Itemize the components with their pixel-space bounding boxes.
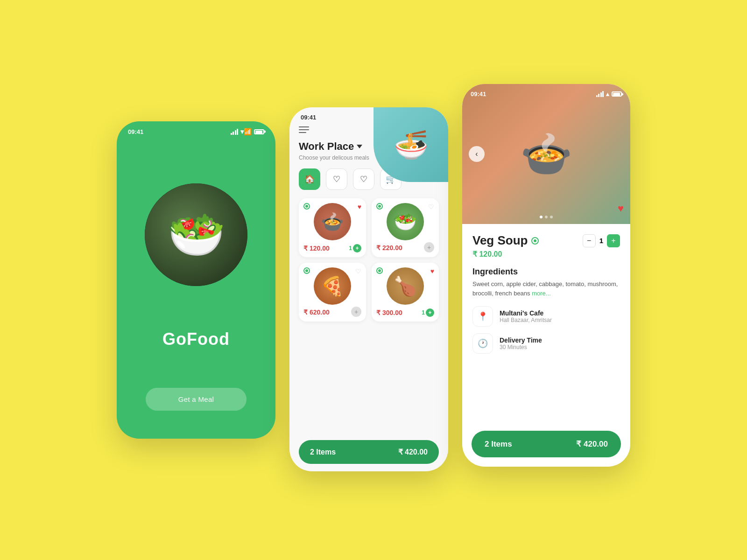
veg-badge <box>531 237 539 245</box>
dot-1[interactable] <box>540 216 543 218</box>
heart-icon-1[interactable]: ♥ <box>358 203 361 210</box>
battery-icon <box>254 129 264 134</box>
detail-food-emoji: 🍲 <box>520 130 572 179</box>
heart-icon-3[interactable]: ♡ <box>355 267 361 275</box>
phone-detail: 09:41 ▴ 🍲 ‹ ♥ Veg Soup − <box>462 84 630 467</box>
detail-cart-items: 2 Items <box>485 440 512 449</box>
wifi-icon: ▾📶 <box>240 128 252 135</box>
food-image-3: 🍕 <box>314 267 351 305</box>
status-icons-3: ▴ <box>596 91 622 98</box>
detail-cart-bar[interactable]: 2 Items ₹ 420.00 <box>472 431 621 457</box>
back-button[interactable]: ‹ <box>469 146 485 162</box>
detail-status-bar: 09:41 ▴ <box>462 84 630 104</box>
menu-cart-bar[interactable]: 2 Items ₹ 420.00 <box>299 440 439 464</box>
clock-icon: 🕐 <box>478 338 488 349</box>
qty-display: 1 <box>599 237 603 245</box>
delivery-label: Delivery Time <box>500 336 542 344</box>
food-image-1: 🍲 <box>314 203 351 240</box>
food-card-4[interactable]: ♥ 🍗 ₹ 300.00 1+ <box>372 263 439 322</box>
food-price-4: ₹ 300.00 <box>376 309 402 316</box>
app-title: GoFood <box>162 329 230 349</box>
restaurant-name: Multani's Cafe <box>500 309 552 317</box>
detail-price: ₹ 120.00 <box>472 250 620 259</box>
detail-cart-total: ₹ 420.00 <box>576 439 608 449</box>
wifi-icon-3: ▴ <box>606 91 609 98</box>
veg-indicator-1 <box>303 203 310 210</box>
food-card-1[interactable]: ♥ 🍲 ₹ 120.00 1+ <box>299 198 366 257</box>
restaurant-address: Hall Bazaar, Amritsar <box>500 317 552 323</box>
add-btn-1[interactable]: + <box>353 244 361 252</box>
qty-minus[interactable]: − <box>583 234 596 247</box>
ingredients-heading: Ingredients <box>472 267 620 277</box>
time-1: 09:41 <box>128 128 143 135</box>
food-image-2: 🥗 <box>387 203 424 240</box>
qty-badge-1: 1+ <box>349 244 361 252</box>
signal-icon <box>231 129 239 135</box>
menu-cart-items: 2 Items <box>310 448 336 456</box>
header-food-emoji: 🍜 <box>374 107 448 182</box>
restaurant-text: Multani's Cafe Hall Bazaar, Amritsar <box>500 309 552 323</box>
battery-icon-3 <box>612 91 622 97</box>
tab-favorites[interactable]: ♡ <box>326 168 347 190</box>
location-label: Work Place <box>299 140 354 153</box>
food-image-4: 🍗 <box>387 267 424 305</box>
food-price-3: ₹ 620.00 <box>303 308 330 316</box>
add-btn-3[interactable]: + <box>351 307 361 317</box>
quantity-control: − 1 + <box>583 234 620 247</box>
heart-icon-4[interactable]: ♥ <box>430 267 434 275</box>
qty-plus[interactable]: + <box>607 234 620 247</box>
signal-icon-3 <box>596 91 604 97</box>
detail-body: Veg Soup − 1 + ₹ 120.00 Ingredients Swee… <box>462 224 630 427</box>
food-price-1: ₹ 120.00 <box>303 245 330 252</box>
dot-3[interactable] <box>550 216 553 218</box>
splash-food-image <box>145 183 247 286</box>
location-icon: 📍 <box>478 311 488 322</box>
veg-indicator-3 <box>303 267 310 274</box>
detail-heart-icon[interactable]: ♥ <box>618 203 624 215</box>
food-grid: ♥ 🍲 ₹ 120.00 1+ ♡ 🥗 ₹ 220.00 + <box>299 198 439 322</box>
clock-icon-box: 🕐 <box>472 333 493 354</box>
add-btn-2[interactable]: + <box>424 242 434 252</box>
detail-title: Veg Soup <box>472 233 539 248</box>
phone-splash: 09:41 ▾📶 GoFood Get a Meal <box>117 121 275 439</box>
phone-menu: 09:41 △ .phone-menu .battery-icon::befor… <box>289 107 448 471</box>
food-card-3[interactable]: ♡ 🍕 ₹ 620.00 + <box>299 263 366 322</box>
tab-home[interactable]: 🏠 <box>299 168 320 190</box>
carousel-dots <box>540 216 553 218</box>
menu-cart-total: ₹ 420.00 <box>398 448 428 456</box>
heart-icon-2[interactable]: ♡ <box>428 203 434 210</box>
header-food-image: 🍜 <box>374 107 448 182</box>
ingredients-text: Sweet corn, apple cider, cabbage, tomato… <box>472 280 620 298</box>
location-dropdown[interactable] <box>357 145 362 148</box>
restaurant-info-row: 📍 Multani's Cafe Hall Bazaar, Amritsar <box>472 306 620 327</box>
delivery-text: Delivery Time 30 Minutes <box>500 336 542 350</box>
detail-hero-image: 09:41 ▴ 🍲 ‹ ♥ <box>462 84 630 224</box>
food-price-2: ₹ 220.00 <box>376 244 402 252</box>
veg-indicator-2 <box>376 203 383 210</box>
delivery-value: 30 Minutes <box>500 344 542 350</box>
dot-2[interactable] <box>545 216 548 218</box>
delivery-info-row: 🕐 Delivery Time 30 Minutes <box>472 333 620 354</box>
tab-liked[interactable]: ♡ <box>353 168 374 190</box>
veg-indicator-4 <box>376 267 383 274</box>
add-btn-4[interactable]: + <box>426 308 434 317</box>
salad-image <box>145 183 247 286</box>
more-link[interactable]: more... <box>532 290 550 297</box>
time-2: 09:41 <box>301 114 316 121</box>
get-meal-button[interactable]: Get a Meal <box>146 388 247 411</box>
status-icons-1: ▾📶 <box>231 128 265 135</box>
location-icon-box: 📍 <box>472 306 493 327</box>
qty-badge-4: 1+ <box>422 308 434 317</box>
food-card-2[interactable]: ♡ 🥗 ₹ 220.00 + <box>372 198 439 257</box>
detail-title-row: Veg Soup − 1 + <box>472 233 620 248</box>
time-3: 09:41 <box>471 91 486 98</box>
status-bar-1: 09:41 ▾📶 <box>117 121 275 135</box>
